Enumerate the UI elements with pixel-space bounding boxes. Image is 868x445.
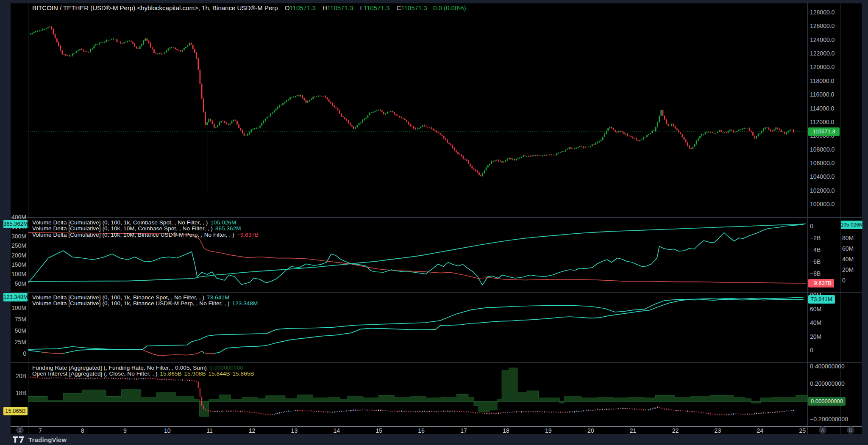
legend-row[interactable]: Volume Delta [Cumulative] (0, 100, 1k, B…: [32, 300, 258, 307]
right-scale-tick[interactable]: 40M: [810, 319, 821, 326]
time-axis-label[interactable]: 21: [630, 427, 637, 434]
indicator-label[interactable]: Volume Delta [Cumulative] (0, 10k, 10M, …: [32, 232, 234, 238]
right-scale-tick[interactable]: 60M: [810, 306, 821, 312]
time-axis-border: [11, 426, 862, 427]
time-axis-label[interactable]: 16: [418, 427, 425, 434]
time-axis-label[interactable]: 23: [715, 427, 721, 434]
outer-scale-tick[interactable]: 0: [842, 277, 846, 284]
right-scale-tick[interactable]: 128000.0: [810, 9, 835, 16]
legend-row[interactable]: Open Interest [Aggregated] (, Close, No …: [32, 370, 254, 377]
left-scale-tick[interactable]: 100M: [11, 304, 26, 311]
pane-separator[interactable]: [11, 292, 862, 293]
indicator-label[interactable]: Volume Delta [Cumulative] (0, 10k, 10M, …: [32, 225, 213, 232]
left-scale-tick[interactable]: 18B: [11, 390, 26, 396]
symbol-title[interactable]: BITCOIN / TETHER (USD®-M Perp) <hyblockc…: [32, 4, 278, 11]
legend-row[interactable]: Volume Delta [Cumulative] (0, 10k, 10M, …: [32, 225, 241, 232]
tradingview-window: 128000.0126000.0124000.0122000.0120000.0…: [0, 0, 868, 445]
legend-row[interactable]: Volume Delta [Cumulative] (0, 100, 1k, B…: [32, 294, 229, 301]
right-scale-tick[interactable]: 114000.0: [810, 105, 834, 112]
right-scale-tick[interactable]: −0.200000000: [810, 416, 848, 423]
right-scale-tick[interactable]: 20M: [810, 333, 821, 340]
close-value: 110571.3: [401, 4, 427, 11]
legend-row[interactable]: Volume Delta [Cumulative] (0, 100, 1k, C…: [32, 219, 236, 226]
scale-b-button[interactable]: B: [847, 426, 854, 434]
time-axis-label[interactable]: 22: [672, 427, 679, 434]
scale-separator: [807, 3, 808, 434]
right-scale-tick[interactable]: 104000.0: [810, 173, 835, 180]
time-axis-label[interactable]: 9: [123, 427, 127, 434]
indicator-label[interactable]: Volume Delta [Cumulative] (0, 100, 1k, C…: [32, 219, 208, 226]
time-axis-label[interactable]: 17: [460, 427, 467, 434]
left-scale-tick[interactable]: 300M: [11, 233, 26, 240]
indicator-value: 15.865B: [160, 370, 181, 377]
time-axis-label[interactable]: 11: [206, 427, 213, 434]
indicator-label[interactable]: Funding Rate [Aggregated] (, Funding Rat…: [32, 365, 207, 371]
right-scale-tick[interactable]: 124000.0: [810, 36, 835, 43]
timezone-button[interactable]: Z: [16, 426, 24, 434]
left-scale-tick[interactable]: 0: [11, 350, 26, 357]
right-scale-tick[interactable]: −2B: [810, 235, 821, 241]
time-axis-label[interactable]: 14: [334, 427, 340, 434]
time-axis-label[interactable]: 18: [503, 427, 509, 434]
right-scale-tick[interactable]: 106000.0: [810, 160, 835, 166]
time-axis-label[interactable]: 25: [799, 427, 806, 434]
indicator-value: 73.641M: [207, 294, 229, 301]
left-scale-tick[interactable]: 75M: [11, 316, 26, 323]
right-scale-tick[interactable]: 120000.0: [810, 64, 835, 70]
time-axis-label[interactable]: 19: [545, 427, 552, 434]
right-scale-tick[interactable]: 108000.0: [810, 146, 835, 153]
left-scale-tick[interactable]: 50M: [11, 280, 26, 287]
right-scale-tick[interactable]: 118000.0: [810, 77, 834, 84]
open-value: 110571.3: [289, 4, 315, 11]
left-scale-tick[interactable]: 25M: [11, 339, 26, 345]
brand-label[interactable]: TradingView: [28, 436, 67, 443]
right-scale-tick[interactable]: 116000.0: [810, 91, 834, 98]
cvd-coinbase-1k-badge: 105.026M: [841, 221, 862, 229]
right-scale-tick[interactable]: 102000.0: [810, 187, 835, 194]
right-scale-tick[interactable]: 126000.0: [810, 22, 835, 29]
pane-separator[interactable]: [11, 217, 862, 218]
left-scale-tick[interactable]: 100M: [11, 271, 26, 277]
outer-scale-tick[interactable]: 40M: [842, 256, 854, 263]
left-scale-tick[interactable]: 20B: [11, 373, 26, 379]
low-value: 110571.3: [364, 4, 389, 11]
left-scale-tick[interactable]: 150M: [11, 261, 26, 268]
right-scale-tick[interactable]: −6B: [810, 258, 821, 265]
indicator-label[interactable]: Open Interest [Aggregated] (, Close, No …: [32, 370, 157, 377]
outer-scale-tick[interactable]: 60M: [842, 245, 854, 252]
right-scale-tick[interactable]: 112000.0: [810, 119, 834, 125]
time-axis-label[interactable]: 13: [291, 427, 298, 434]
indicator-label[interactable]: Volume Delta [Cumulative] (0, 100, 1k, B…: [32, 300, 229, 307]
left-scale-tick[interactable]: 250M: [11, 242, 26, 249]
right-scale-tick[interactable]: 0: [810, 223, 813, 229]
right-scale-tick[interactable]: 0: [810, 347, 813, 354]
legend-row[interactable]: Funding Rate [Aggregated] (, Funding Rat…: [32, 365, 243, 371]
scale-a-button[interactable]: A: [819, 426, 826, 434]
right-scale-tick[interactable]: 100000.0: [810, 201, 835, 207]
indicator-value: 15.865B: [232, 370, 254, 377]
legend-row[interactable]: Volume Delta [Cumulative] (0, 10k, 10M, …: [32, 232, 259, 238]
tradingview-logo-icon[interactable]: [13, 436, 25, 443]
time-axis-label[interactable]: 7: [39, 427, 42, 434]
time-axis-label[interactable]: 10: [164, 427, 171, 434]
right-scale-tick[interactable]: 122000.0: [810, 50, 835, 57]
right-scale-tick[interactable]: −8B: [810, 270, 821, 277]
right-scale-tick[interactable]: 0.200000000: [810, 380, 845, 387]
time-axis-label[interactable]: 12: [249, 427, 256, 434]
outer-scale-tick[interactable]: 80M: [842, 235, 854, 241]
time-axis-label[interactable]: 24: [757, 427, 764, 434]
time-axis-label[interactable]: 15: [376, 427, 382, 434]
high-value: 110571.3: [327, 4, 353, 11]
outer-scale-tick[interactable]: 20M: [842, 266, 854, 273]
time-axis-label[interactable]: 20: [587, 427, 594, 434]
indicator-label[interactable]: Volume Delta [Cumulative] (0, 100, 1k, B…: [32, 294, 204, 301]
left-scale-tick[interactable]: 50M: [11, 327, 26, 334]
pane-separator[interactable]: [11, 362, 862, 363]
symbol-legend: BITCOIN / TETHER (USD®-M Perp) <hyblockc…: [32, 4, 466, 11]
time-axis-label[interactable]: 8: [81, 427, 84, 434]
left-scale-tick[interactable]: 200M: [11, 252, 26, 259]
right-scale-tick[interactable]: 0.400000000: [810, 363, 845, 370]
current-price-badge: 110571.3: [808, 127, 840, 136]
indicator-value: 365.362M: [215, 225, 241, 232]
right-scale-tick[interactable]: −4B: [810, 246, 821, 253]
